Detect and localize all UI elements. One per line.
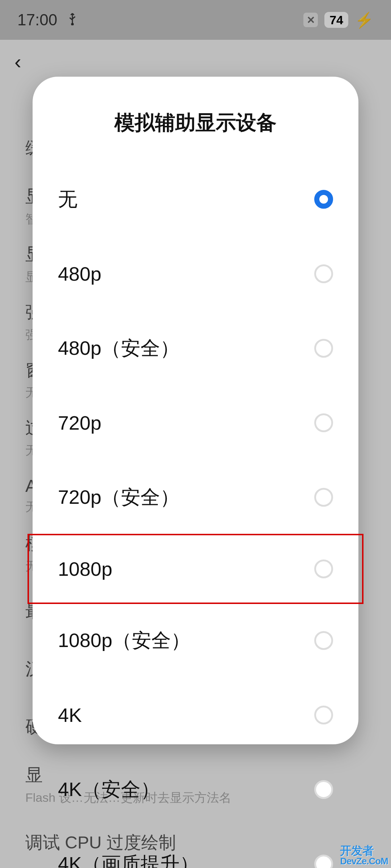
radio-button[interactable]	[314, 264, 333, 283]
phone-screen: 17:00 ✕ 74 ⚡ ‹ 缓显智显显强强 才窗无过无A无模无最汉硬显Flas…	[0, 0, 391, 868]
radio-button[interactable]	[314, 780, 333, 799]
option-row[interactable]: 480p	[33, 237, 358, 311]
option-label: 480p（安全）	[58, 335, 180, 362]
option-row[interactable]: 480p（安全）	[33, 311, 358, 386]
radio-button[interactable]	[314, 559, 333, 578]
option-row[interactable]: 1080p	[28, 535, 363, 603]
option-label: 无	[58, 186, 77, 213]
simulate-secondary-display-dialog: 模拟辅助显示设备 无480p480p（安全）720p720p（安全）1080p1…	[33, 77, 358, 744]
radio-button[interactable]	[314, 488, 333, 507]
option-row[interactable]: 720p（安全）	[33, 460, 358, 535]
option-row[interactable]: 720p	[33, 386, 358, 460]
option-row[interactable]: 1080p（安全）	[33, 603, 358, 678]
watermark-line-1: 开发者	[340, 844, 374, 857]
radio-button[interactable]	[314, 339, 333, 358]
dialog-option-list: 无480p480p（安全）720p720p（安全）1080p1080p（安全）4…	[33, 162, 358, 868]
radio-button[interactable]	[314, 190, 333, 209]
option-row[interactable]: 4K	[33, 678, 358, 752]
option-row[interactable]: 4K（画质提升）	[33, 827, 358, 868]
option-row[interactable]: 无	[33, 162, 358, 237]
option-label: 1080p	[58, 558, 112, 580]
radio-button[interactable]	[314, 631, 333, 650]
watermark-line-2: DevZe.CoM	[340, 856, 388, 866]
dialog-title: 模拟辅助显示设备	[33, 77, 358, 162]
watermark: 开发者 DevZe.CoM	[337, 843, 391, 868]
option-label: 4K（画质提升）	[58, 851, 199, 868]
option-label: 1080p（安全）	[58, 627, 190, 654]
radio-button[interactable]	[314, 855, 333, 868]
option-label: 720p	[58, 412, 101, 434]
radio-button[interactable]	[314, 706, 333, 724]
option-label: 480p	[58, 263, 101, 285]
option-label: 4K	[58, 704, 82, 726]
option-label: 720p（安全）	[58, 484, 180, 511]
option-row[interactable]: 4K（安全）	[33, 752, 358, 827]
radio-button[interactable]	[314, 413, 333, 432]
option-label: 4K（安全）	[58, 776, 160, 803]
